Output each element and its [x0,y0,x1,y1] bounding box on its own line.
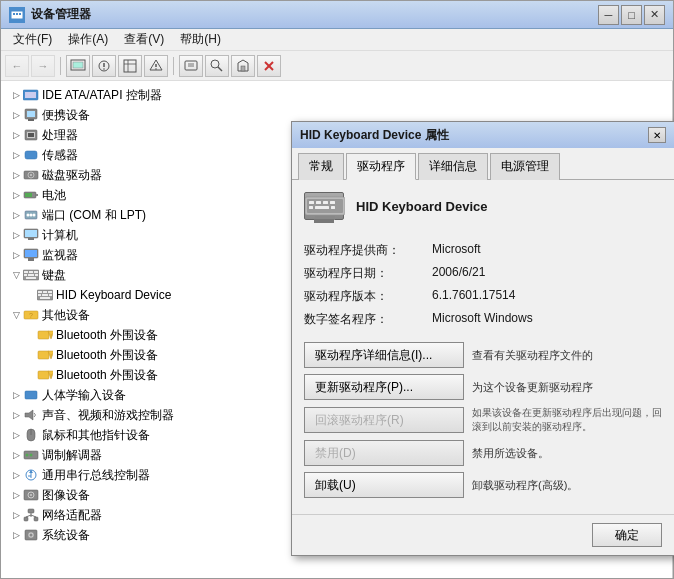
tree-item-ide[interactable]: ▷ IDE ATA/ATAPI 控制器 [1,85,672,105]
tab-general[interactable]: 常规 [298,153,344,180]
expand-arrow-usb[interactable]: ▷ [9,468,23,482]
dialog-action-buttons: 驱动程序详细信息(I)... 查看有关驱动程序文件的 更新驱动程序(P)... … [304,342,662,498]
field-value-3: Microsoft Windows [432,311,662,328]
expand-arrow-imaging[interactable]: ▷ [9,488,23,502]
svg-rect-54 [35,274,38,276]
svg-point-34 [30,174,32,176]
btn-row-3: 禁用(D) 禁用所选设备。 [304,440,662,466]
menu-help[interactable]: 帮助(H) [172,29,229,50]
field-label-2: 驱动程序版本： [304,288,424,305]
toolbar-btn-8[interactable] [257,55,281,77]
svg-point-81 [30,454,33,457]
expand-arrow-system[interactable]: ▷ [9,528,23,542]
dialog-device-name: HID Keyboard Device [356,199,488,214]
menu-action[interactable]: 操作(A) [60,29,116,50]
tab-details[interactable]: 详细信息 [418,153,488,180]
expand-arrow-audio[interactable]: ▷ [9,408,23,422]
network-icon [23,507,39,523]
toolbar-btn-4[interactable] [144,55,168,77]
svg-rect-100 [316,201,321,204]
expand-arrow-hid[interactable]: ▷ [9,388,23,402]
svg-rect-63 [40,297,50,299]
tab-power[interactable]: 电源管理 [490,153,560,180]
portable-icon [23,107,39,123]
monitor-icon [23,247,39,263]
tree-item-label: 处理器 [42,127,78,144]
svg-rect-20 [241,66,245,71]
btn-row-0: 驱动程序详细信息(I)... 查看有关驱动程序文件的 [304,342,662,368]
toolbar-btn-7[interactable] [231,55,255,77]
svg-rect-37 [25,193,32,197]
svg-rect-59 [48,291,52,293]
uninstall-button[interactable]: 卸载(U) [304,472,464,498]
maximize-button[interactable]: □ [621,5,642,25]
tree-item-label: 计算机 [42,227,78,244]
field-label-1: 驱动程序日期： [304,265,424,282]
driver-details-button[interactable]: 驱动程序详细信息(I)... [304,342,464,368]
ok-button[interactable]: 确定 [592,523,662,547]
svg-rect-75 [25,391,37,399]
expand-arrow-keyboard[interactable]: ▽ [9,268,23,282]
svg-rect-61 [42,294,48,296]
expand-arrow-other[interactable]: ▽ [9,308,23,322]
btn-desc-2: 如果该设备在更新驱动程序后出现问题，回滚到以前安装的驱动程序。 [472,406,662,434]
svg-rect-47 [28,258,34,261]
hid-keyboard-properties-dialog: HID Keyboard Device 属性 ✕ 常规 驱动程序 详细信息 电源… [291,121,674,556]
menu-file[interactable]: 文件(F) [5,29,60,50]
bluetooth-warning-icon-3: ! [37,367,53,383]
svg-rect-55 [26,277,36,279]
expand-arrow-monitor[interactable]: ▷ [9,248,23,262]
back-button[interactable]: ← [5,55,29,77]
expand-arrow-processor[interactable]: ▷ [9,128,23,142]
expand-arrow-port[interactable]: ▷ [9,208,23,222]
svg-rect-66 [38,331,49,339]
svg-rect-51 [34,271,38,273]
expand-arrow-disk[interactable]: ▷ [9,168,23,182]
tab-driver[interactable]: 驱动程序 [346,153,416,180]
hid-icon [23,387,39,403]
svg-rect-24 [25,92,36,98]
expand-arrow-computer[interactable]: ▷ [9,228,23,242]
expand-arrow-battery[interactable]: ▷ [9,188,23,202]
expand-arrow-portable[interactable]: ▷ [9,108,23,122]
toolbar-btn-5[interactable] [179,55,203,77]
svg-rect-88 [28,509,34,513]
expand-arrow-network[interactable]: ▷ [9,508,23,522]
bluetooth-warning-icon-2: ! [37,347,53,363]
forward-button[interactable]: → [31,55,55,77]
close-button[interactable]: ✕ [644,5,665,25]
modem-icon [23,447,39,463]
tree-item-label: 通用串行总线控制器 [42,467,150,484]
device-header: HID Keyboard Device [304,192,662,228]
toolbar-btn-3[interactable] [118,55,142,77]
rollback-driver-button[interactable]: 回滚驱动程序(R) [304,407,464,433]
tree-item-label: Bluetooth 外围设备 [56,367,158,384]
svg-rect-30 [28,133,34,137]
minimize-button[interactable]: ─ [598,5,619,25]
toolbar-btn-2[interactable] [92,55,116,77]
svg-rect-15 [185,61,197,70]
svg-marker-76 [25,410,33,420]
svg-rect-90 [34,517,38,521]
toolbar-btn-1[interactable] [66,55,90,77]
svg-point-39 [27,214,30,217]
dialog-close-button[interactable]: ✕ [648,127,666,143]
expand-arrow-sensor[interactable]: ▷ [9,148,23,162]
svg-rect-103 [309,206,313,209]
driver-info-grid: 驱动程序提供商： Microsoft 驱动程序日期： 2006/6/21 驱动程… [304,242,662,328]
expand-arrow-modem[interactable]: ▷ [9,448,23,462]
dialog-title-bar: HID Keyboard Device 属性 ✕ [292,122,674,148]
disable-button[interactable]: 禁用(D) [304,440,464,466]
update-driver-button[interactable]: 更新驱动程序(P)... [304,374,464,400]
expand-arrow-ide[interactable]: ▷ [9,88,23,102]
svg-rect-9 [124,60,136,72]
menu-view[interactable]: 查看(V) [116,29,172,50]
tree-item-label: 端口 (COM 和 LPT) [42,207,146,224]
expand-arrow-mouse[interactable]: ▷ [9,428,23,442]
svg-rect-60 [38,294,41,296]
tree-item-label: 系统设备 [42,527,90,544]
svg-text:?: ? [29,312,33,319]
hid-keyboard-icon [37,287,53,303]
svg-rect-106 [315,216,335,220]
toolbar-btn-6[interactable] [205,55,229,77]
